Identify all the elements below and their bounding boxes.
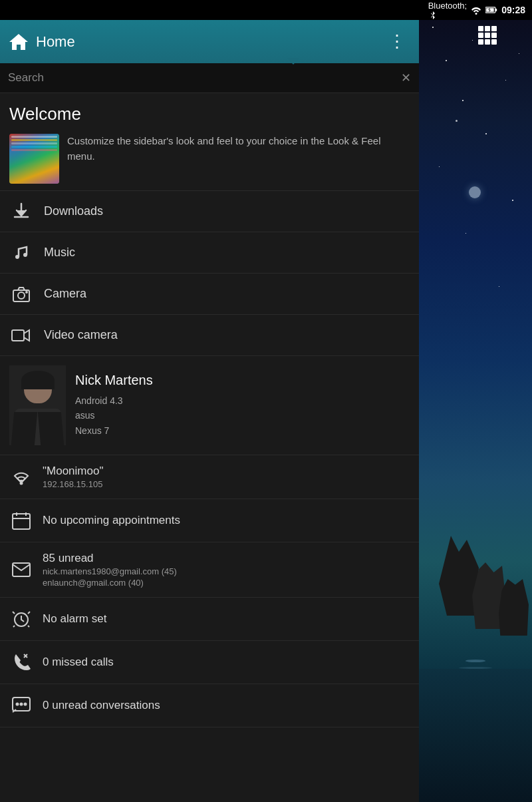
wifi-ssid: "Moonimoo"	[43, 465, 410, 478]
svg-rect-9	[491, 33, 497, 38]
welcome-title: Welcome	[9, 104, 410, 124]
wallpaper	[419, 0, 532, 802]
profile-section: Nick Martens Android 4.3 asus Nexus 7	[0, 356, 419, 455]
email-unread-count: 85 unread	[43, 552, 410, 565]
calendar-content: No upcoming appointments	[43, 514, 410, 527]
profile-details: Android 4.3 asus Nexus 7	[75, 393, 410, 438]
music-icon	[9, 241, 33, 265]
downloads-label: Downloads	[44, 204, 103, 218]
search-label[interactable]: Search	[8, 71, 401, 85]
email-row[interactable]: 85 unread nick.martens1980@gmail.com (45…	[0, 542, 419, 598]
alarm-row[interactable]: No alarm set	[0, 598, 419, 641]
svg-rect-7	[478, 33, 483, 38]
welcome-section: Welcome Customize the sidebar's look and…	[0, 93, 419, 191]
profile-brand: asus	[75, 410, 95, 421]
svg-point-19	[20, 481, 23, 485]
email-content: 85 unread nick.martens1980@gmail.com (45…	[43, 552, 410, 588]
video-camera-label: Video camera	[44, 328, 118, 342]
svg-point-14	[23, 253, 27, 257]
svg-rect-4	[478, 26, 483, 31]
calendar-row[interactable]: No upcoming appointments	[0, 499, 419, 542]
conversations-status: 0 unread conversations	[43, 699, 410, 712]
alarm-icon	[9, 607, 33, 631]
search-close-button[interactable]: ✕	[401, 71, 411, 85]
svg-rect-12	[491, 39, 497, 45]
home-icon	[8, 31, 29, 53]
wifi-icon	[9, 465, 33, 489]
alarm-status: No alarm set	[43, 612, 410, 626]
calendar-icon	[9, 508, 33, 532]
alarm-content: No alarm set	[43, 612, 410, 626]
svg-point-26	[17, 703, 19, 705]
svg-point-13	[15, 255, 19, 259]
svg-rect-10	[478, 39, 483, 45]
calls-content: 0 missed calls	[43, 656, 410, 669]
battery-icon	[485, 6, 497, 14]
svg-point-28	[25, 703, 27, 705]
svg-point-0	[475, 13, 477, 15]
camera-label: Camera	[44, 287, 86, 301]
wifi-status-icon	[471, 5, 481, 15]
svg-rect-18	[12, 330, 24, 341]
status-time: 09:28	[501, 5, 525, 15]
chat-icon	[9, 694, 33, 717]
profile-android-version: Android 4.3	[75, 395, 123, 406]
conversations-content: 0 unread conversations	[43, 699, 410, 712]
email-icon	[9, 558, 33, 582]
conversations-row[interactable]: 0 unread conversations	[0, 684, 419, 727]
grid-button[interactable]	[475, 23, 499, 47]
svg-point-27	[21, 703, 23, 705]
svg-rect-5	[485, 26, 490, 31]
profile-name: Nick Martens	[75, 373, 410, 388]
calendar-status: No upcoming appointments	[43, 514, 410, 527]
search-bar: Search ✕	[0, 63, 419, 93]
download-icon	[9, 200, 33, 224]
svg-rect-20	[13, 514, 30, 529]
svg-point-16	[18, 292, 25, 299]
profile-info: Nick Martens Android 4.3 asus Nexus 7	[75, 373, 410, 438]
menu-item-downloads[interactable]: Downloads	[0, 191, 419, 232]
profile-avatar	[9, 365, 66, 445]
svg-point-17	[26, 292, 27, 293]
wifi-ip: 192.168.15.105	[43, 479, 410, 489]
svg-rect-2	[495, 9, 497, 11]
welcome-description: Customize the sidebar's look and feel to…	[67, 134, 410, 164]
header-title: Home	[36, 33, 388, 51]
wifi-content: "Moonimoo" 192.168.15.105	[43, 465, 410, 489]
overflow-menu-button[interactable]: ⋮	[388, 31, 406, 52]
music-label: Music	[44, 246, 75, 260]
welcome-image	[9, 134, 59, 184]
wifi-row[interactable]: "Moonimoo" 192.168.15.105	[0, 455, 419, 499]
profile-device: Nexus 7	[75, 425, 109, 436]
app-header: Home ⋮	[0, 20, 419, 63]
email-account2: enlaunch@gmail.com (40)	[43, 578, 410, 588]
svg-rect-8	[485, 33, 490, 38]
calls-status: 0 missed calls	[43, 656, 410, 669]
svg-rect-6	[491, 26, 497, 31]
welcome-card: Customize the sidebar's look and feel to…	[9, 134, 410, 184]
menu-item-video-camera[interactable]: Video camera	[0, 315, 419, 356]
calls-row[interactable]: 0 missed calls	[0, 641, 419, 684]
bluetooth-icon: Bluetooth;	[428, 1, 467, 20]
video-camera-icon	[9, 323, 33, 347]
status-bar: Bluetooth; 09:28	[0, 0, 532, 20]
svg-rect-11	[485, 39, 490, 45]
menu-item-music[interactable]: Music	[0, 232, 419, 274]
menu-item-camera[interactable]: Camera	[0, 274, 419, 315]
camera-icon	[9, 282, 33, 306]
content-area: Welcome Customize the sidebar's look and…	[0, 93, 419, 802]
sidebar: Home ⋮ Search ✕ Welcome	[0, 0, 419, 802]
phone-icon	[9, 650, 33, 674]
email-account1: nick.martens1980@gmail.com (45)	[43, 566, 410, 576]
